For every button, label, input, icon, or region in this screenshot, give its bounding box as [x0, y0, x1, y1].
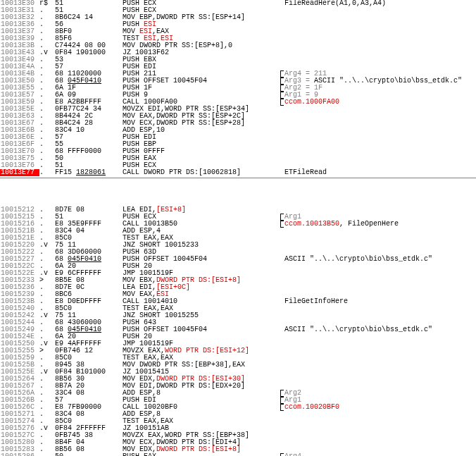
address-col: 10013E77: [0, 169, 39, 176]
disasm-col: PUSH EAX: [123, 453, 284, 456]
disasm-row[interactable]: 10015212.8D7E 08LEA EDI,[ESI+8]: [0, 207, 476, 214]
disasm-row[interactable]: 10013E77.FF15 1828061CALL DWORD PTR DS:[…: [0, 169, 476, 176]
comment-col: Arg4: [284, 453, 476, 456]
comment-col: FileGetInfoHere: [284, 298, 476, 305]
disasm-row[interactable]: 10013E49.53PUSH EBX: [0, 56, 476, 63]
hex-col: 57: [55, 134, 123, 141]
disasm-row[interactable]: 10013E32.8B6C24 14MOV EBP,DWORD PTR SS:[…: [0, 14, 476, 21]
disasm-row[interactable]: 10013E30r$51PUSH ECXFileReadHere(A1,0,A3…: [0, 0, 476, 7]
hex-col: 68 FFFF0000: [55, 148, 123, 155]
hex-col: 8B56 08: [55, 446, 123, 453]
comment-col: ccom.1000FA00: [284, 99, 476, 106]
disasm-row[interactable]: 10015283.8B56 08MOV EDX,DWORD PTR DS:[ES…: [0, 446, 476, 453]
comment-col: ccom.10013B50, FileOpenHere: [284, 221, 476, 228]
comment-col: ASCII "..\..\crypto\bio\bss_etdk.c": [284, 256, 476, 263]
disassembly-pane[interactable]: 10013E30r$51PUSH ECXFileReadHere(A1,0,A3…: [0, 0, 476, 178]
address-col: 10015286: [0, 453, 39, 456]
disasm-row[interactable]: 10013E43.v0F84 1901000JZ 10013F62: [0, 49, 476, 56]
disasm-row[interactable]: 10013E6B.83C4 10ADD ESP,10: [0, 127, 476, 134]
comment-col: Arg2: [284, 390, 476, 397]
disasm-row[interactable]: 10015286.50PUSH EAXArg4: [0, 453, 476, 456]
hex-col: 0F84 1901000: [55, 49, 123, 56]
comment-col: ccom.10020BF0: [284, 404, 476, 411]
hex-col: 33C4 08: [55, 390, 123, 397]
comment-col: ASCII "..\..\crypto\bio\bss_etdk.c": [284, 326, 476, 333]
hex-col: 8B6C24 14: [55, 14, 123, 21]
disasm-row[interactable]: 1001526A.33C4 08ADD ESP,8Arg2: [0, 390, 476, 397]
hex-col: FF15 1828061: [55, 169, 123, 176]
disasm-row[interactable]: 10013E75.50PUSH EAX: [0, 155, 476, 162]
mark-col: .: [39, 453, 55, 456]
comment-col: FileReadHere(A1,0,A3,A4): [284, 0, 476, 7]
comment-col: ETFileRead: [284, 169, 476, 176]
mark-col: .: [39, 169, 55, 176]
disasm-row[interactable]: 10013E6E.57PUSH EDI: [0, 134, 476, 141]
hex-col: 53: [55, 56, 123, 63]
hex-col: 50: [55, 453, 123, 456]
hex-col: 50: [55, 155, 123, 162]
hex-col: 83C4 10: [55, 127, 123, 134]
hex-col: 51: [55, 0, 123, 7]
hex-col: 8D7E 08: [55, 207, 123, 214]
disassembly-pane[interactable]: 10015212.8D7E 08LEA EDI,[ESI+8]10015215.…: [0, 207, 476, 456]
disasm-row[interactable]: 10013E70.68 FFFF0000PUSH 0FFFF: [0, 148, 476, 155]
disasm-col: CALL DWORD PTR DS:[10062818]: [123, 169, 284, 176]
